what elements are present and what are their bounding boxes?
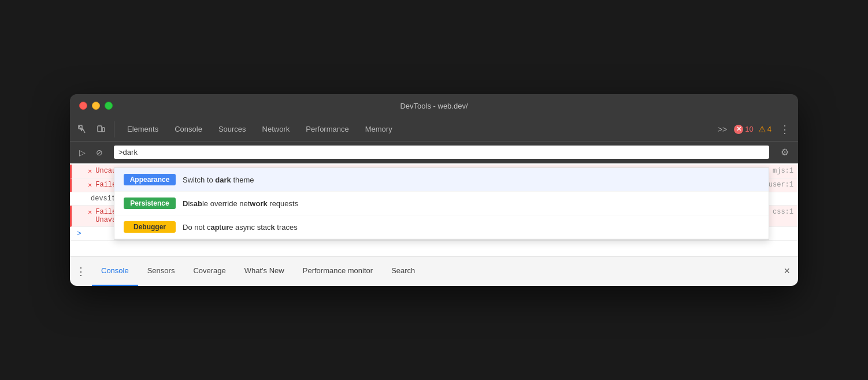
error-count: 10 xyxy=(745,125,753,133)
minimize-button[interactable] xyxy=(92,102,100,110)
settings-icon[interactable]: ⚙ xyxy=(776,144,793,161)
device-toolbar-icon[interactable] xyxy=(93,121,109,137)
drawer-tab-performance-monitor[interactable]: Performance monitor xyxy=(294,256,382,286)
drawer-tab-coverage[interactable]: Coverage xyxy=(184,256,235,286)
drawer-tab-console[interactable]: Console xyxy=(92,256,138,286)
drawer-tab-sensors[interactable]: Sensors xyxy=(138,256,184,286)
dropdown-item-appearance[interactable]: Appearance Switch to dark theme xyxy=(114,168,769,192)
maximize-button[interactable] xyxy=(105,102,113,110)
drawer-kebab-button[interactable]: ⋮ xyxy=(70,265,92,278)
inspect-element-icon[interactable] xyxy=(75,121,91,137)
warn-badge: ⚠ 4 xyxy=(758,124,771,135)
error-line-icon-3: ✕ xyxy=(88,208,92,217)
persistence-description: Disable override network requests xyxy=(183,199,298,208)
console-prompt: > xyxy=(77,229,81,238)
drawer-tab-whats-new[interactable]: What's New xyxy=(235,256,294,286)
log-link-1[interactable]: user:1 xyxy=(769,181,793,189)
toolbar-icon-group xyxy=(75,121,114,137)
log-link-0[interactable]: mjs:1 xyxy=(773,167,793,175)
tab-sources[interactable]: Sources xyxy=(210,121,254,137)
debugger-description: Do not capture async stack traces xyxy=(183,223,298,232)
devtools-window: DevTools - web.dev/ Elements Console Sou… xyxy=(70,94,798,286)
toolbar-right: ✕ 10 ⚠ 4 ⋮ xyxy=(734,122,793,137)
search-input[interactable] xyxy=(114,146,769,159)
tab-performance[interactable]: Performance xyxy=(298,121,357,137)
drawer-tab-search[interactable]: Search xyxy=(382,256,424,286)
window-title: DevTools - web.dev/ xyxy=(400,102,468,110)
drawer-close-button[interactable]: × xyxy=(776,265,798,277)
svg-rect-2 xyxy=(102,128,105,132)
more-tabs-button[interactable]: >> xyxy=(713,122,732,136)
bottom-drawer: ⋮ Console Sensors Coverage What's New Pe… xyxy=(70,256,798,286)
appearance-badge: Appearance xyxy=(124,174,176,185)
toolbar-menu-button[interactable]: ⋮ xyxy=(776,122,793,137)
main-tabs: Elements Console Sources Network Perform… xyxy=(119,121,711,137)
dropdown-item-debugger[interactable]: Debugger Do not capture async stack trac… xyxy=(114,215,769,239)
tab-memory[interactable]: Memory xyxy=(357,121,400,137)
drawer-tabs: Console Sensors Coverage What's New Perf… xyxy=(92,256,776,286)
tab-network[interactable]: Network xyxy=(254,121,298,137)
tab-elements[interactable]: Elements xyxy=(119,121,166,137)
persistence-badge: Persistence xyxy=(124,198,176,209)
log-link-3[interactable]: css:1 xyxy=(773,208,793,216)
secondary-toolbar: ▷ ⊘ Appearance Switch to dark theme Pers… xyxy=(70,141,798,163)
error-icon: ✕ xyxy=(734,125,743,134)
svg-rect-1 xyxy=(98,126,102,132)
error-badge: ✕ 10 xyxy=(734,125,753,134)
titlebar: DevTools - web.dev/ xyxy=(70,94,798,117)
autocomplete-dropdown: Appearance Switch to dark theme Persiste… xyxy=(114,167,769,240)
expand-drawer-icon[interactable]: ▷ xyxy=(75,145,90,160)
search-bar-container: Appearance Switch to dark theme Persiste… xyxy=(114,146,769,159)
error-line-icon-0: ✕ xyxy=(88,167,92,176)
main-toolbar: Elements Console Sources Network Perform… xyxy=(70,117,798,141)
tab-console[interactable]: Console xyxy=(166,121,210,137)
close-button[interactable] xyxy=(79,102,87,110)
warn-icon: ⚠ xyxy=(758,124,766,135)
traffic-lights xyxy=(79,102,113,110)
clear-console-icon[interactable]: ⊘ xyxy=(92,145,107,160)
appearance-description: Switch to dark theme xyxy=(183,176,254,184)
debugger-badge: Debugger xyxy=(124,221,176,233)
dropdown-item-persistence[interactable]: Persistence Disable override network req… xyxy=(114,192,769,215)
error-line-icon-1: ✕ xyxy=(88,181,92,189)
warn-count: 4 xyxy=(767,125,771,133)
